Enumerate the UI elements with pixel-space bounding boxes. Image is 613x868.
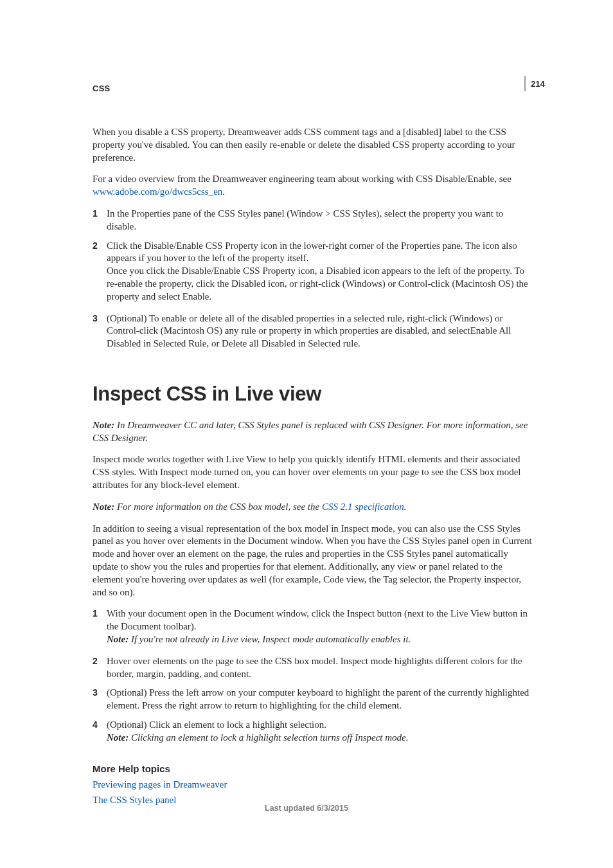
note-body: In Dreamweaver CC and later, CSS Styles … (93, 420, 528, 443)
note-label: Note: (93, 420, 117, 430)
more-help-heading: More Help topics (93, 763, 535, 775)
step-text: (Optional) Press the left arrow on your … (107, 687, 529, 710)
text: . (222, 186, 225, 197)
note: Note: If you're not already in Live view… (107, 633, 535, 646)
step-item: (Optional) Press the left arrow on your … (93, 687, 535, 712)
link-previewing-pages[interactable]: Previewing pages in Dreamweaver (93, 779, 535, 791)
step-text: In the Properties pane of the CSS Styles… (107, 208, 503, 231)
step-item: (Optional) Click an element to lock a hi… (93, 719, 535, 745)
step-item: Hover over elements on the page to see t… (93, 655, 535, 681)
note: Note: In Dreamweaver CC and later, CSS S… (93, 419, 535, 445)
paragraph: For a video overview from the Dreamweave… (93, 173, 535, 199)
note-label: Note: (107, 732, 131, 743)
paragraph: Inspect mode works together with Live Vi… (93, 453, 535, 491)
step-text: (Optional) Click an element to lock a hi… (107, 719, 326, 730)
step-text: Click the Disable/Enable CSS Property ic… (107, 240, 517, 264)
note-body: If you're not already in Live view, Insp… (131, 634, 411, 644)
text: For a video overview from the Dreamweave… (93, 174, 511, 184)
step-text: With your document open in the Document … (107, 608, 528, 631)
page-number: 214 (531, 79, 545, 89)
note-label: Note: (107, 634, 131, 644)
note-label: Note: (93, 502, 117, 512)
link-css-spec[interactable]: CSS 2.1 specification (322, 502, 404, 512)
steps-list-inspect: With your document open in the Document … (93, 608, 535, 744)
step-item: (Optional) To enable or delete all of th… (93, 312, 535, 350)
note-body: Clicking an element to lock a highlight … (131, 732, 409, 743)
note: Note: Clicking an element to lock a high… (107, 732, 535, 745)
step-item: With your document open in the Document … (93, 608, 535, 646)
text: For more information on the CSS box mode… (117, 502, 322, 512)
page-number-wrap: 214 (524, 76, 545, 91)
link-video-overview[interactable]: www.adobe.com/go/dwcs5css_en (93, 186, 222, 197)
step-body: Once you click the Disable/Enable CSS Pr… (107, 265, 535, 303)
step-text: (Optional) To enable or delete all of th… (107, 313, 511, 349)
step-item: Click the Disable/Enable CSS Property ic… (93, 240, 535, 303)
note-body: For more information on the CSS box mode… (117, 502, 407, 512)
note: Note: For more information on the CSS bo… (93, 501, 535, 514)
steps-list-disable-enable: In the Properties pane of the CSS Styles… (93, 208, 535, 350)
step-text: Hover over elements on the page to see t… (107, 656, 522, 679)
step-item: In the Properties pane of the CSS Styles… (93, 208, 535, 233)
footer-last-updated: Last updated 6/3/2015 (0, 804, 613, 813)
paragraph: In addition to seeing a visual represent… (93, 523, 535, 599)
section-title-inspect-css: Inspect CSS in Live view (93, 381, 535, 408)
paragraph: When you disable a CSS property, Dreamwe… (93, 126, 535, 164)
breadcrumb: CSS (93, 84, 111, 93)
text: . (404, 502, 407, 512)
page-content: When you disable a CSS property, Dreamwe… (93, 126, 535, 809)
